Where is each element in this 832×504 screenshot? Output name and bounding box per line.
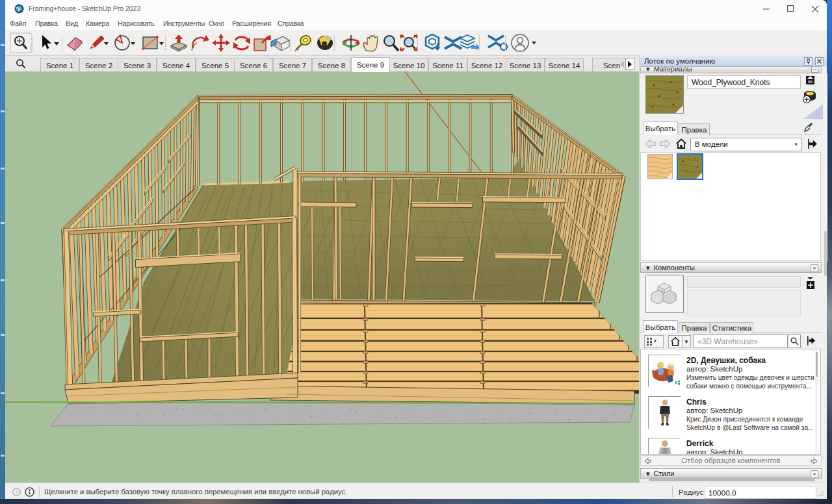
svg-text:?: ? xyxy=(15,489,18,496)
